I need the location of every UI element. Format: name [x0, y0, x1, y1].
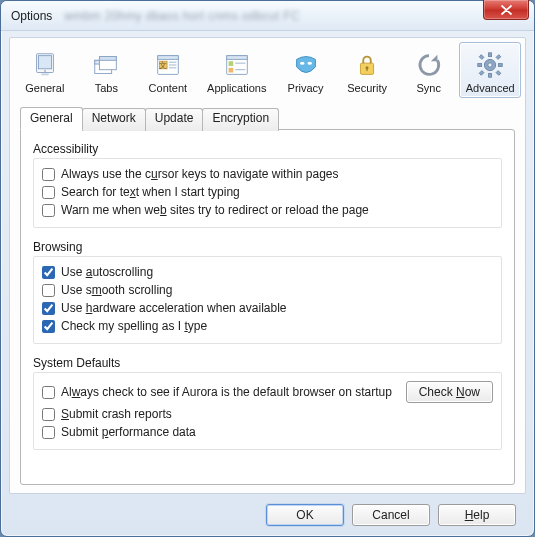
chk-search-typing[interactable] — [42, 186, 55, 199]
svg-rect-25 — [366, 68, 367, 71]
category-content[interactable]: 文 Content — [137, 42, 199, 98]
category-sync[interactable]: Sync — [398, 42, 460, 98]
svg-point-27 — [488, 63, 492, 67]
content-area: General Tabs — [1, 31, 534, 536]
opt-spellcheck[interactable]: Check my spelling as I type — [42, 317, 493, 335]
group-title-browsing: Browsing — [33, 240, 502, 254]
opt-autoscroll[interactable]: Use autoscrolling — [42, 263, 493, 281]
tab-update[interactable]: Update — [145, 108, 204, 131]
inner-panel: General Tabs — [9, 37, 526, 494]
opt-label: Use autoscrolling — [61, 265, 153, 279]
opt-label: Warn me when web sites try to redirect o… — [61, 203, 369, 217]
category-label: Applications — [207, 82, 266, 94]
svg-text:文: 文 — [159, 61, 167, 70]
svg-rect-33 — [496, 55, 501, 60]
close-button[interactable] — [483, 0, 529, 20]
mask-icon — [291, 50, 321, 80]
svg-rect-34 — [479, 71, 484, 76]
tab-network[interactable]: Network — [82, 108, 146, 131]
chk-hw-accel[interactable] — [42, 302, 55, 315]
gear-icon — [475, 50, 505, 80]
tab-general[interactable]: General — [20, 107, 83, 130]
svg-rect-1 — [38, 56, 51, 69]
svg-rect-31 — [499, 64, 503, 67]
cancel-button[interactable]: Cancel — [352, 504, 430, 526]
lock-icon — [352, 50, 382, 80]
chk-autoscroll[interactable] — [42, 266, 55, 279]
opt-perf-data[interactable]: Submit performance data — [42, 423, 493, 441]
opt-label: Check my spelling as I type — [61, 319, 207, 333]
sync-icon — [414, 50, 444, 80]
category-label: Security — [347, 82, 387, 94]
svg-rect-29 — [489, 73, 492, 77]
group-title-accessibility: Accessibility — [33, 142, 502, 156]
category-label: Privacy — [288, 82, 324, 94]
category-label: Content — [149, 82, 188, 94]
category-advanced[interactable]: Advanced — [459, 42, 521, 98]
check-now-button[interactable]: Check Now — [406, 381, 493, 403]
opt-hw-accel[interactable]: Use hardware acceleration when available — [42, 299, 493, 317]
svg-rect-16 — [226, 56, 247, 60]
svg-rect-28 — [489, 53, 492, 57]
titlebar[interactable]: Options wmbm 20hmy dbass hort cnms odbcu… — [1, 1, 534, 31]
tab-encryption[interactable]: Encryption — [202, 108, 279, 131]
svg-rect-17 — [228, 61, 233, 66]
svg-rect-32 — [479, 55, 484, 60]
chk-spellcheck[interactable] — [42, 320, 55, 333]
svg-rect-18 — [228, 68, 233, 73]
window-title: Options — [11, 9, 52, 23]
svg-point-22 — [307, 62, 312, 65]
opt-label: Submit crash reports — [61, 407, 172, 421]
opt-warn-redirect[interactable]: Warn me when web sites try to redirect o… — [42, 201, 493, 219]
opt-crash-reports[interactable]: Submit crash reports — [42, 405, 493, 423]
category-label: General — [25, 82, 64, 94]
category-label: Sync — [416, 82, 440, 94]
group-title-defaults: System Defaults — [33, 356, 502, 370]
chk-crash-reports[interactable] — [42, 408, 55, 421]
category-toolbar: General Tabs — [12, 40, 523, 100]
category-general[interactable]: General — [14, 42, 76, 98]
opt-smooth-scroll[interactable]: Use smooth scrolling — [42, 281, 493, 299]
opt-label: Search for text when I start typing — [61, 185, 240, 199]
options-window: Options wmbm 20hmy dbass hort cnms odbcu… — [0, 0, 535, 537]
chk-warn-redirect[interactable] — [42, 204, 55, 217]
opt-label[interactable]: Always check to see if Aurora is the def… — [61, 385, 392, 399]
group-browsing: Use autoscrolling Use smooth scrolling U… — [33, 256, 502, 344]
ok-button[interactable]: OK — [266, 504, 344, 526]
applications-icon — [222, 50, 252, 80]
content-icon: 文 — [153, 50, 183, 80]
tabs-icon — [91, 50, 121, 80]
help-button[interactable]: Help — [438, 504, 516, 526]
group-accessibility: Always use the cursor keys to navigate w… — [33, 158, 502, 228]
svg-rect-30 — [478, 64, 482, 67]
opt-label: Use smooth scrolling — [61, 283, 172, 297]
chk-cursor-keys[interactable] — [42, 168, 55, 181]
opt-cursor-keys[interactable]: Always use the cursor keys to navigate w… — [42, 165, 493, 183]
group-defaults: Always check to see if Aurora is the def… — [33, 372, 502, 450]
category-tabs[interactable]: Tabs — [76, 42, 138, 98]
category-security[interactable]: Security — [336, 42, 398, 98]
opt-search-typing[interactable]: Search for text when I start typing — [42, 183, 493, 201]
svg-point-2 — [44, 70, 46, 72]
category-privacy[interactable]: Privacy — [275, 42, 337, 98]
chk-smooth-scroll[interactable] — [42, 284, 55, 297]
chk-default-browser[interactable] — [42, 386, 55, 399]
advanced-tab-area: General Network Update Encryption Access… — [12, 100, 523, 485]
svg-rect-7 — [100, 57, 117, 61]
svg-rect-35 — [496, 71, 501, 76]
svg-rect-3 — [41, 73, 49, 75]
monitor-icon — [30, 50, 60, 80]
opt-label: Use hardware acceleration when available — [61, 301, 287, 315]
svg-point-21 — [300, 62, 305, 65]
svg-rect-9 — [158, 56, 179, 60]
opt-default-browser-row: Always check to see if Aurora is the def… — [42, 379, 493, 405]
close-icon — [501, 5, 512, 15]
opt-label: Submit performance data — [61, 425, 196, 439]
titlebar-blur-text: wmbm 20hmy dbass hort cnms odbcut FC — [64, 9, 300, 23]
opt-label: Always use the cursor keys to navigate w… — [61, 167, 339, 181]
dialog-buttons: OK Cancel Help — [9, 494, 526, 528]
category-label: Tabs — [95, 82, 118, 94]
category-applications[interactable]: Applications — [199, 42, 275, 98]
chk-perf-data[interactable] — [42, 426, 55, 439]
category-label: Advanced — [466, 82, 515, 94]
